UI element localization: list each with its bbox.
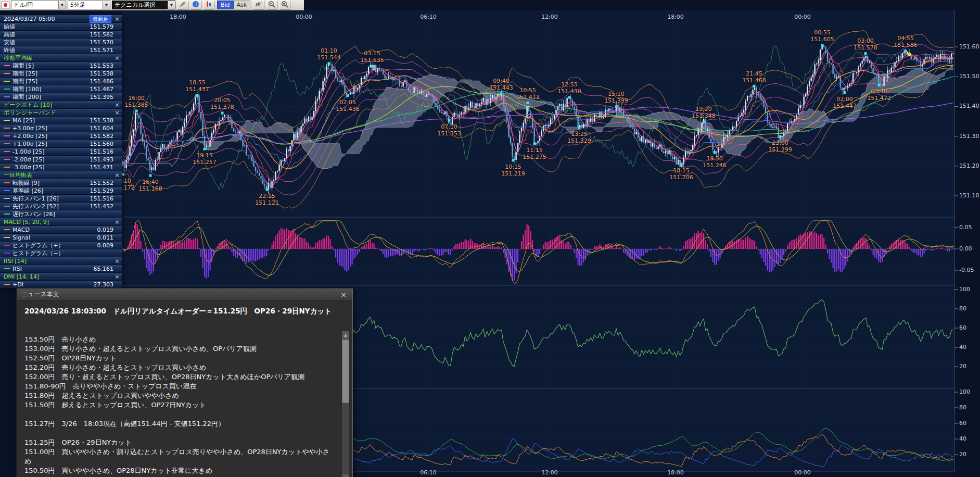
indicator-section-header: ピークボトム [10]× bbox=[0, 101, 122, 109]
line-color-swatch bbox=[4, 245, 10, 246]
line-color-swatch bbox=[4, 206, 10, 207]
news-titlebar[interactable]: ニュース本文 × bbox=[17, 289, 352, 300]
news-headline: 2024/03/26 18:03:00 ドル円リアルタイムオーダー＝151.25… bbox=[17, 300, 352, 318]
row-label: 期間 [5] bbox=[12, 62, 34, 70]
line-color-swatch bbox=[4, 128, 10, 129]
section-title: 移動平均線 bbox=[4, 54, 32, 62]
news-body-line: 152.00円 売り・超えるとストップロス買い、OP28日NYカット大きめほかO… bbox=[24, 372, 334, 382]
indicator-value-row: 遅行スパン [26] bbox=[0, 210, 122, 218]
zoom-out-button[interactable] bbox=[266, 1, 277, 10]
row-label: 高値 bbox=[4, 31, 15, 39]
draw-tool-button[interactable] bbox=[177, 1, 188, 10]
candlestick-button[interactable] bbox=[203, 1, 214, 10]
row-value: 65.161 bbox=[94, 266, 114, 272]
row-value: 151.395 bbox=[90, 94, 114, 101]
row-value: 151.486 bbox=[90, 78, 114, 85]
line-color-swatch bbox=[4, 81, 10, 82]
section-close-button[interactable]: × bbox=[114, 172, 120, 179]
indicator-value-row: Signal0.011 bbox=[0, 234, 122, 242]
row-label: 転換線 [9] bbox=[12, 179, 40, 187]
ask-button[interactable]: Ask bbox=[234, 1, 251, 9]
row-label: +DI bbox=[12, 281, 23, 288]
indicator-value-row: 転換線 [9]151.552 bbox=[0, 179, 122, 187]
row-value: 151.516 bbox=[90, 195, 114, 202]
line-color-swatch bbox=[4, 237, 10, 238]
news-body-line: 151.00円 買いやや小さめ・割り込むとストップロス売りやや小さめ、OP28日… bbox=[24, 447, 334, 466]
indicator-value-row: MACD0.019 bbox=[0, 226, 122, 234]
row-value: 151.452 bbox=[90, 203, 114, 210]
row-label: Signal bbox=[12, 234, 30, 241]
row-label: +3.00σ [25] bbox=[12, 125, 47, 132]
news-body-line: 153.50円 売り小さめ bbox=[24, 335, 334, 344]
indicator-value-row: -2.00σ [25]151.493 bbox=[0, 156, 122, 164]
row-label: ヒストグラム（+） bbox=[12, 242, 64, 249]
row-value: 151.579 bbox=[90, 23, 114, 30]
section-close-button[interactable]: × bbox=[114, 55, 120, 61]
row-label: 期間 [100] bbox=[12, 85, 41, 93]
row-label: -2.00σ [25] bbox=[12, 156, 45, 163]
row-label: 期間 [75] bbox=[12, 78, 37, 85]
info-button[interactable]: i bbox=[190, 1, 201, 10]
indicator-value-row: 期間 [200]151.395 bbox=[0, 93, 122, 101]
row-value: 0.011 bbox=[97, 234, 114, 241]
line-color-swatch bbox=[4, 73, 10, 74]
news-body-line bbox=[24, 410, 334, 419]
timeframe-select[interactable]: 5分足 ▼ bbox=[68, 1, 110, 9]
indicator-section-header: RSI [14]× bbox=[0, 257, 122, 265]
row-value: 151.538 bbox=[90, 70, 114, 77]
indicator-value-row: 期間 [75]151.486 bbox=[0, 78, 122, 85]
scrollbar-thumb[interactable] bbox=[342, 340, 349, 403]
line-color-swatch bbox=[4, 143, 10, 144]
indicator-value-row: 期間 [5]151.553 bbox=[0, 62, 122, 70]
news-body-line: 152.50円 OP28日NYカット bbox=[24, 354, 334, 363]
indicator-value-row: RSI65.161 bbox=[0, 265, 122, 273]
bid-ask-toggle: Bid Ask bbox=[217, 1, 250, 9]
row-label: MA [25] bbox=[12, 117, 35, 124]
panel-close-button[interactable]: × bbox=[114, 16, 120, 22]
technical-select[interactable]: テクニカル選択 ▼ bbox=[112, 1, 175, 9]
indicator-value-row: 期間 [100]151.467 bbox=[0, 85, 122, 93]
line-color-swatch bbox=[4, 159, 10, 160]
row-value: 0.009 bbox=[97, 242, 114, 249]
technical-select-value: テクニカル選択 bbox=[112, 1, 168, 9]
zoom-out-icon bbox=[268, 1, 275, 9]
bid-button[interactable]: Bid bbox=[217, 1, 234, 9]
line-color-swatch bbox=[4, 167, 10, 168]
section-close-button[interactable]: × bbox=[114, 102, 120, 108]
zoom-in-button[interactable] bbox=[279, 1, 290, 10]
scroll-down-icon[interactable]: ▼ bbox=[342, 474, 349, 477]
indicator-value-row: 終値151.571 bbox=[0, 46, 122, 54]
section-title: ボリンジャーバンド bbox=[4, 109, 56, 117]
section-close-button[interactable]: × bbox=[114, 219, 120, 225]
line-color-swatch bbox=[4, 198, 10, 199]
pair-select[interactable]: ドル/円 ▼ bbox=[11, 1, 66, 9]
section-close-button[interactable]: × bbox=[114, 109, 120, 116]
chart-type-button[interactable] bbox=[253, 1, 264, 10]
row-value: 151.553 bbox=[90, 62, 114, 69]
news-scrollbar[interactable]: ▲ ▼ bbox=[341, 331, 350, 477]
latest-badge: 最新足 bbox=[90, 15, 111, 23]
indicator-value-row: 高値151.582 bbox=[0, 31, 122, 39]
chevron-down-icon: ▼ bbox=[58, 1, 66, 9]
indicator-value-row: 先行スパン2 [52]151.452 bbox=[0, 203, 122, 210]
row-label: MACD bbox=[12, 227, 30, 233]
chevron-down-icon: ▼ bbox=[168, 1, 175, 9]
indicator-value-row: -1.00σ [25]151.516 bbox=[0, 148, 122, 156]
line-color-swatch bbox=[4, 120, 10, 121]
close-icon[interactable]: × bbox=[339, 291, 348, 299]
row-label: 安値 bbox=[4, 39, 15, 46]
row-label: 期間 [200] bbox=[12, 93, 41, 101]
indicator-value-row: ヒストグラム（−） bbox=[0, 249, 122, 257]
indicator-section-header: DMI [14, 14]× bbox=[0, 273, 122, 281]
section-title: 一目均衡表 bbox=[4, 171, 32, 179]
row-label: -1.00σ [25] bbox=[12, 148, 45, 155]
scroll-up-icon[interactable]: ▲ bbox=[342, 331, 349, 339]
indicator-value-row: 先行スパン1 [26]151.516 bbox=[0, 195, 122, 203]
line-color-swatch bbox=[4, 268, 10, 269]
chevron-down-icon: ▼ bbox=[103, 1, 110, 9]
row-label: 2024/03/27 05:00 bbox=[4, 16, 55, 22]
section-close-button[interactable]: × bbox=[114, 273, 120, 280]
section-close-button[interactable]: × bbox=[114, 258, 120, 265]
indicator-value-row: +1.00σ [25]151.560 bbox=[0, 140, 122, 148]
indicator-section-header: 一目均衡表× bbox=[0, 171, 122, 179]
